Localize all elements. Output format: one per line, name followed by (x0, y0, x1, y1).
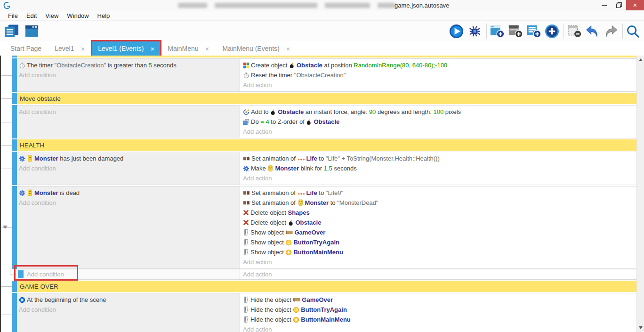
event-tree-gutter (1, 56, 12, 57)
remove-event-button[interactable] (567, 24, 582, 39)
undo-button[interactable] (586, 24, 601, 39)
placeholder-label: Add condition (19, 199, 56, 206)
action-row[interactable]: Delete object Shapes (243, 208, 636, 218)
action-row[interactable]: Set animation of Life to "Life" + ToStri… (243, 154, 636, 163)
event-group-header[interactable]: HEALTH (17, 139, 636, 151)
tab-close-icon[interactable]: × (205, 45, 209, 53)
add-comment-button[interactable] (527, 24, 542, 39)
condition-row[interactable]: Monster is dead (19, 188, 240, 198)
add-subevent-button[interactable] (508, 24, 523, 39)
placeholder-label: Add action (243, 271, 272, 278)
action-row[interactable]: Make Monster blink for 1.5 seconds (243, 163, 636, 173)
scene-editor-button[interactable] (25, 24, 40, 39)
menu-item-help[interactable]: Help (93, 12, 114, 19)
action-row[interactable]: Delete object Obstacle (243, 218, 636, 227)
condition-row[interactable]: The timer "ObstacleCreation" is greater … (19, 60, 240, 70)
restore-button[interactable] (612, 0, 626, 10)
event-selection-bar[interactable] (12, 56, 17, 57)
condition-add-button[interactable]: Add condition (27, 269, 64, 279)
text-segment: "MonsterDead" (337, 199, 378, 206)
action-add-button[interactable]: Add action (243, 80, 636, 90)
action-row[interactable]: Add to Obstacle an instant force, angle:… (243, 107, 636, 117)
minimize-button[interactable] (597, 0, 612, 10)
action-row[interactable]: Hide the object GameOver (243, 295, 636, 305)
action-add-button[interactable]: Add action (243, 257, 636, 267)
condition-add-button[interactable]: Add condition (19, 198, 240, 208)
animation-icon (243, 155, 250, 162)
text-segment: The timer (27, 62, 55, 69)
text-segment: Make (251, 165, 267, 172)
project-manager-button[interactable] (5, 24, 20, 39)
vertical-scrollbar[interactable] (636, 56, 644, 332)
tab-level1-events-[interactable]: Level1 (Events)× (92, 41, 160, 56)
menu-item-view[interactable]: View (41, 12, 63, 19)
actions-column: Create object Obstacle at position Rando… (240, 59, 636, 91)
group-label: Move obstacle (20, 95, 61, 102)
action-row[interactable]: Create object Obstacle at position Rando… (243, 60, 636, 70)
event-group-header[interactable]: GAME OVER (17, 281, 636, 292)
tab-start-page[interactable]: Start Page (5, 41, 47, 56)
menu-item-edit[interactable]: Edit (22, 12, 41, 19)
condition-add-button[interactable]: Add condition (19, 305, 240, 315)
object-name: Monster (34, 189, 58, 196)
scroll-up-icon[interactable] (639, 58, 643, 61)
redo-button[interactable] (604, 24, 619, 39)
action-row[interactable]: Reset the timer "ObstacleCreation" (243, 70, 636, 80)
tab-label: Level1 (Events) (98, 45, 144, 52)
scroll-down-icon[interactable] (639, 326, 643, 329)
event-selection-bar[interactable] (12, 58, 17, 92)
tab-close-icon[interactable]: × (150, 45, 154, 53)
condition-row[interactable]: At the beginning of the scene (19, 295, 240, 305)
add-event-button[interactable] (490, 24, 505, 39)
tab-mainmenu-events-[interactable]: MainMenu (Events)× (217, 41, 296, 56)
tab-close-icon[interactable]: × (80, 45, 85, 53)
text-segment: has just been damaged (58, 155, 124, 162)
event-block: Add conditionAdd to Obstacle an instant … (1, 105, 636, 138)
condition-add-button[interactable]: Add condition (19, 70, 240, 80)
action-row[interactable]: Hide the object ButtonMainMenu (243, 315, 636, 324)
event-selection-bar[interactable] (12, 105, 17, 138)
event-tree-gutter (1, 93, 12, 104)
condition-add-button[interactable]: Add condition (19, 163, 240, 173)
placeholder-label: Add action (243, 259, 272, 266)
event-group-header[interactable]: Move obstacle (17, 93, 636, 104)
action-add-button[interactable]: Add action (243, 324, 636, 332)
action-add-button[interactable]: Add action (243, 173, 636, 183)
action-row[interactable]: Show object GameOver (243, 227, 636, 237)
event-group-header[interactable] (17, 56, 636, 57)
event-selection-bar[interactable] (12, 186, 17, 269)
menu-item-window[interactable]: Window (63, 12, 93, 19)
action-add-button[interactable]: Add action (243, 269, 272, 279)
collapse-arrow-icon[interactable] (3, 226, 8, 229)
event-selection-bar[interactable] (12, 139, 17, 151)
tab-mainmenu[interactable]: MainMenu× (162, 41, 215, 56)
tab-close-icon[interactable]: × (286, 45, 290, 53)
event-tree-gutter (1, 139, 12, 151)
event-selection-bar[interactable] (12, 293, 17, 332)
action-row[interactable]: Do = 4 to Z-order of Obstacle (243, 117, 636, 127)
event-selection-bar[interactable] (12, 93, 17, 104)
toolbar-separator (486, 24, 487, 39)
menu-item-file[interactable]: File (4, 12, 22, 19)
action-row[interactable]: Hide the object ButtonTryAgain (243, 305, 636, 315)
event-selection-bar[interactable] (18, 270, 24, 278)
action-row[interactable]: Set animation of Life to "Life0" (243, 188, 636, 198)
action-row[interactable]: Show object ButtonTryAgain (243, 237, 636, 247)
debug-button[interactable] (468, 24, 483, 39)
condition-add-button[interactable]: Add condition (19, 107, 240, 117)
tab-level1[interactable]: Level1× (49, 41, 90, 56)
action-row[interactable]: Show object ButtonMainMenu (243, 247, 636, 257)
condition-row[interactable]: Monster has just been damaged (19, 154, 240, 163)
play-button[interactable] (450, 24, 465, 39)
add-subevent-icon (508, 24, 523, 39)
placeholder-label: Add condition (19, 165, 56, 172)
button-tryagain-icon (293, 307, 299, 313)
action-add-button[interactable]: Add action (243, 127, 636, 137)
close-button[interactable]: × (626, 0, 644, 10)
search-button[interactable] (626, 24, 641, 39)
add-circle-button[interactable] (545, 24, 560, 39)
event-selection-bar[interactable] (12, 152, 17, 185)
action-row[interactable]: Set animation of Monster to "MonsterDead… (243, 198, 636, 208)
event-block: At the beginning of the sceneAdd conditi… (1, 293, 636, 332)
event-selection-bar[interactable] (12, 281, 17, 292)
